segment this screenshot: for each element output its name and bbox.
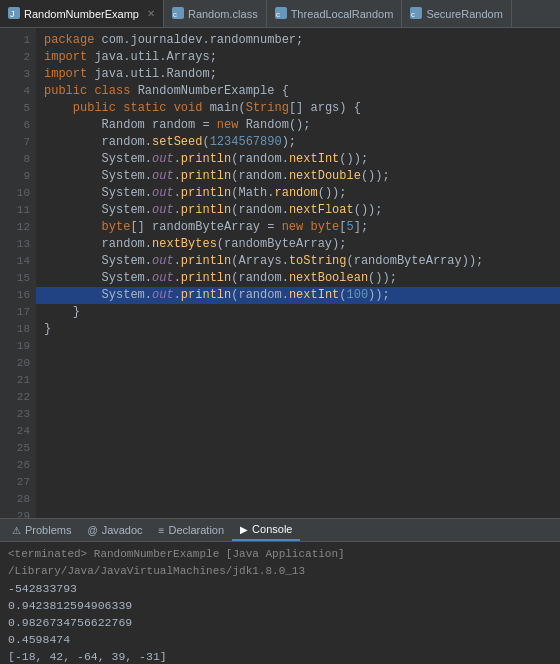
tab-file-icon: c	[410, 7, 422, 21]
line-number: 21	[0, 372, 30, 389]
code-line: import java.util.Random;	[44, 66, 552, 83]
bottom-tab-problems[interactable]: ⚠Problems	[4, 519, 79, 541]
code-line: System.out.println(Math.random());	[44, 185, 552, 202]
line-number: 28	[0, 491, 30, 508]
bottom-tab-console[interactable]: ▶Console	[232, 519, 300, 541]
line-number: 29	[0, 508, 30, 518]
line-number: 24	[0, 423, 30, 440]
code-line: package com.journaldev.randomnumber;	[44, 32, 552, 49]
line-number: 17	[0, 304, 30, 321]
code-line: System.out.println(random.nextInt());	[44, 151, 552, 168]
line-number: 27	[0, 474, 30, 491]
line-number: 23	[0, 406, 30, 423]
line-number: 9	[0, 168, 30, 185]
line-number: 13	[0, 236, 30, 253]
svg-text:c: c	[173, 10, 177, 19]
line-number: 2	[0, 49, 30, 66]
line-number: 25	[0, 440, 30, 457]
tab-label: Random.class	[188, 8, 258, 20]
line-number: 26	[0, 457, 30, 474]
tab-file-icon: J	[8, 7, 20, 21]
tab-secure[interactable]: cSecureRandom	[402, 0, 511, 27]
line-number: 4	[0, 83, 30, 100]
tab-main[interactable]: JRandomNumberExamp✕	[0, 0, 164, 27]
line-number: 22	[0, 389, 30, 406]
code-area[interactable]: package com.journaldev.randomnumber;impo…	[36, 28, 560, 518]
console-output: <terminated> RandomNumberExample [Java A…	[0, 542, 560, 664]
console-terminated: <terminated> RandomNumberExample [Java A…	[8, 546, 552, 580]
code-line: System.out.println(random.nextDouble());	[44, 168, 552, 185]
tab-bar: JRandomNumberExamp✕cRandom.classcThreadL…	[0, 0, 560, 28]
tab-label: RandomNumberExamp	[24, 8, 139, 20]
line-number: 8	[0, 151, 30, 168]
svg-text:c: c	[411, 10, 415, 19]
tab-file-icon: c	[172, 7, 184, 21]
line-number: 16	[0, 287, 30, 304]
code-line: System.out.println(Arrays.toString(rando…	[44, 253, 552, 270]
code-line: byte[] randomByteArray = new byte[5];	[44, 219, 552, 236]
console-line: [-18, 42, -64, 39, -31]	[8, 648, 552, 664]
bottom-tab-icon: @	[87, 525, 97, 536]
bottom-tab-bar: ⚠Problems@Javadoc≡Declaration▶Console	[0, 518, 560, 542]
line-number: 6	[0, 117, 30, 134]
line-number: 12	[0, 219, 30, 236]
code-line: System.out.println(random.nextBoolean())…	[44, 270, 552, 287]
line-number: 14	[0, 253, 30, 270]
tab-label: ThreadLocalRandom	[291, 8, 394, 20]
tab-file-icon: c	[275, 7, 287, 21]
code-editor: 1234567891011121314151617181920212223242…	[0, 28, 560, 518]
console-line: 0.9826734756622769	[8, 614, 552, 631]
bottom-tab-icon: ⚠	[12, 525, 21, 536]
line-numbers: 1234567891011121314151617181920212223242…	[0, 28, 36, 518]
code-line: public class RandomNumberExample {	[44, 83, 552, 100]
line-number: 5	[0, 100, 30, 117]
line-number: 15	[0, 270, 30, 287]
tab-close-icon[interactable]: ✕	[147, 8, 155, 19]
bottom-tab-declaration[interactable]: ≡Declaration	[151, 519, 232, 541]
line-number: 1	[0, 32, 30, 49]
bottom-tab-label: Console	[252, 523, 292, 535]
bottom-tab-icon: ≡	[159, 525, 165, 536]
code-line: Random random = new Random();	[44, 117, 552, 134]
svg-text:c: c	[276, 10, 280, 19]
bottom-tab-label: Declaration	[168, 524, 224, 536]
bottom-tab-icon: ▶	[240, 524, 248, 535]
code-line: System.out.println(random.nextFloat());	[44, 202, 552, 219]
tab-random[interactable]: cRandom.class	[164, 0, 267, 27]
code-line: import java.util.Arrays;	[44, 49, 552, 66]
line-number: 3	[0, 66, 30, 83]
bottom-tab-label: Problems	[25, 524, 71, 536]
console-line: -542833793	[8, 580, 552, 597]
bottom-tab-javadoc[interactable]: @Javadoc	[79, 519, 150, 541]
line-number: 19	[0, 338, 30, 355]
line-number: 20	[0, 355, 30, 372]
svg-text:J: J	[10, 9, 15, 19]
tab-label: SecureRandom	[426, 8, 502, 20]
code-line: System.out.println(random.nextInt(100));	[44, 287, 552, 304]
line-number: 11	[0, 202, 30, 219]
code-line: random.nextBytes(randomByteArray);	[44, 236, 552, 253]
line-number: 18	[0, 321, 30, 338]
console-line: 0.4598474	[8, 631, 552, 648]
bottom-tab-label: Javadoc	[102, 524, 143, 536]
code-line: random.setSeed(1234567890);	[44, 134, 552, 151]
line-number: 7	[0, 134, 30, 151]
code-line: }	[44, 321, 552, 338]
line-number: 10	[0, 185, 30, 202]
tab-threadlocal[interactable]: cThreadLocalRandom	[267, 0, 403, 27]
code-line: public static void main(String[] args) {	[44, 100, 552, 117]
code-line: }	[44, 304, 552, 321]
console-line: 0.9423812594906339	[8, 597, 552, 614]
